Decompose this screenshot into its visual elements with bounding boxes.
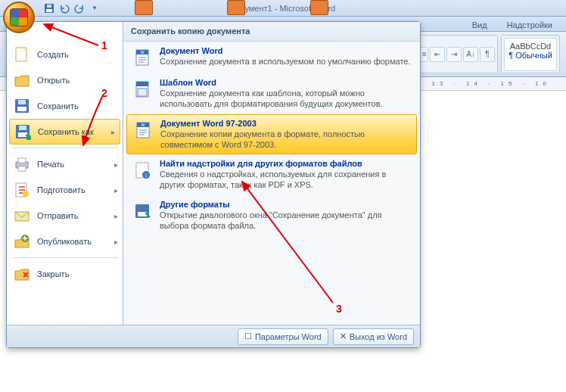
submenu-item-title: Найти надстройки для других форматов фай…	[160, 159, 412, 168]
exit-word-button[interactable]: ✕Выход из Word	[333, 328, 414, 345]
menu-item-print[interactable]: Печать	[7, 151, 123, 177]
publish-icon	[13, 232, 31, 250]
save-icon	[13, 97, 31, 115]
svg-text:W: W	[141, 50, 145, 54]
doc-icon: W	[132, 119, 154, 142]
menu-item-label: Отправить	[37, 211, 79, 220]
submenu-item-title: Шаблон Word	[160, 78, 412, 87]
docx-icon: W	[131, 46, 154, 69]
office-button[interactable]	[3, 2, 35, 33]
submenu-item-desc: Сохранение копии документа в формате, по…	[160, 129, 412, 151]
style-sample: AaBbCcDd	[508, 42, 553, 51]
title-bar: ▼ Документ1 - Microsoft Word	[0, 0, 566, 17]
taskbar-thumb-icon	[135, 0, 153, 15]
open-icon	[13, 71, 31, 89]
qat-undo-icon[interactable]	[58, 2, 71, 15]
pilcrow-icon[interactable]: ¶	[480, 47, 495, 62]
annotation-number: 2	[101, 87, 107, 99]
annotation-number: 1	[101, 39, 107, 51]
style-name: ¶ Обычный	[508, 51, 553, 60]
svg-rect-21	[136, 82, 148, 86]
taskbar-thumb-icon	[310, 0, 328, 15]
other-icon	[131, 200, 154, 222]
svg-text:W: W	[142, 123, 145, 127]
menu-item-label: Печать	[37, 160, 64, 169]
menu-item-label: Закрыть	[37, 269, 69, 278]
submenu-item[interactable]: Другие форматыОткрытие диалогового окна …	[123, 195, 420, 236]
office-menu-right: Сохранить копию документа WДокумент Word…	[123, 22, 420, 325]
addin-icon: i	[131, 159, 154, 182]
menu-item-label: Подготовить	[37, 185, 86, 194]
submenu-item[interactable]: Шаблон WordСохранение документа как шабл…	[123, 73, 420, 114]
options-icon: ☐	[244, 331, 252, 341]
indent-decrease-icon[interactable]: ⇤	[430, 47, 445, 62]
menu-item-label: Опубликовать	[37, 237, 92, 246]
svg-rect-2	[47, 5, 51, 8]
svg-rect-22	[138, 89, 147, 96]
office-menu-left: СоздатьОткрытьСохранитьСохранить какПеча…	[7, 22, 123, 325]
qat-customize-icon[interactable]: ▼	[88, 2, 101, 15]
svg-rect-5	[17, 107, 26, 111]
svg-rect-11	[18, 158, 26, 163]
svg-rect-1	[46, 9, 52, 12]
ribbon-styles-group: AaBbCcDd ¶ Обычный	[501, 35, 560, 73]
sort-icon[interactable]: A↓	[463, 47, 478, 62]
submenu-item[interactable]: WДокумент WordСохранение документа в исп…	[123, 42, 420, 73]
close-icon	[13, 265, 31, 283]
svg-rect-9	[19, 126, 26, 130]
taskbar-thumb-icon	[227, 0, 245, 15]
ribbon-tab-addins[interactable]: Надстройки	[501, 19, 558, 31]
submenu-item-title: Документ Word	[160, 46, 411, 55]
menu-item-label: Открыть	[37, 76, 70, 85]
ribbon-tab-view[interactable]: Вид	[466, 19, 493, 31]
send-icon	[13, 207, 31, 225]
indent-increase-icon[interactable]: ⇥	[446, 47, 462, 62]
svg-point-14	[23, 191, 29, 197]
menu-item-close[interactable]: Закрыть	[7, 261, 123, 287]
submenu-item[interactable]: iНайти надстройки для других форматов фа…	[123, 154, 420, 195]
office-logo-icon	[10, 8, 28, 26]
saveas-icon	[14, 123, 32, 141]
submenu-item-title: Другие форматы	[160, 200, 412, 209]
office-menu: СоздатьОткрытьСохранитьСохранить какПеча…	[6, 21, 421, 348]
word-options-button[interactable]: ☐Параметры Word	[238, 328, 328, 345]
menu-item-publish[interactable]: Опубликовать	[7, 229, 123, 254]
menu-item-prepare[interactable]: Подготовить	[7, 177, 123, 203]
submenu-item[interactable]: WДокумент Word 97-2003Сохранение копии д…	[126, 114, 417, 155]
submenu-header: Сохранить копию документа	[123, 22, 420, 42]
qat-save-icon[interactable]	[42, 2, 56, 15]
menu-item-label: Сохранить	[37, 101, 79, 110]
svg-rect-12	[18, 166, 26, 171]
submenu-item-title: Документ Word 97-2003	[160, 119, 412, 128]
dotx-icon	[131, 78, 154, 101]
close-icon: ✕	[340, 331, 347, 341]
menu-item-label: Создать	[37, 50, 69, 59]
style-normal[interactable]: AaBbCcDd ¶ Обычный	[504, 38, 557, 71]
annotation-number: 3	[336, 303, 342, 315]
office-menu-footer: ☐Параметры Word ✕Выход из Word	[7, 325, 420, 347]
submenu-item-desc: Сохранение документа в используемом по у…	[160, 56, 411, 67]
new-icon	[13, 45, 31, 64]
print-icon	[13, 155, 31, 173]
qat-redo-icon[interactable]	[73, 2, 86, 15]
quick-access-toolbar: ▼	[42, 2, 101, 15]
menu-item-saveas[interactable]: Сохранить как	[9, 119, 120, 145]
prepare-icon	[13, 181, 31, 199]
menu-item-send[interactable]: Отправить	[7, 203, 123, 229]
submenu-item-desc: Открытие диалогового окна "Сохранение до…	[160, 210, 412, 232]
svg-rect-6	[18, 100, 26, 104]
submenu-item-desc: Сведения о надстройках, используемых для…	[160, 169, 412, 191]
menu-item-label: Сохранить как	[38, 127, 94, 136]
submenu-item-desc: Сохранение документа как шаблона, которы…	[160, 88, 412, 110]
